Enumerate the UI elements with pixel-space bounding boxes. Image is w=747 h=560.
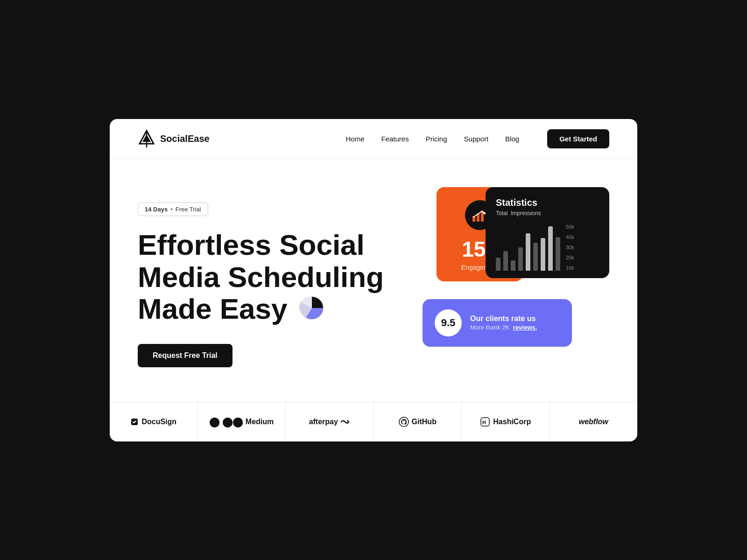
partner-afterpay: afterpay: [286, 402, 374, 441]
logo-icon: [138, 130, 155, 147]
docusign-icon: [130, 418, 139, 426]
chart-label-20k: 20k: [566, 255, 574, 260]
trial-separator: •: [170, 206, 173, 213]
bar-6: [533, 243, 538, 271]
nav-link-home[interactable]: Home: [345, 135, 364, 143]
partner-name-webflow: webflow: [579, 418, 608, 426]
bar-group-3: [511, 260, 515, 271]
chart-label-40k: 40k: [566, 234, 574, 240]
bar-7: [541, 238, 545, 271]
bar-2: [503, 251, 508, 271]
stats-prefix: Total: [496, 210, 507, 217]
rating-sub-text: More thank 2K: [470, 324, 510, 331]
nav-links: Home Features Pricing Support Blog: [345, 135, 519, 143]
partner-name-medium: Medium: [246, 418, 274, 426]
rating-card: 9.5 Our clients rate us More thank 2K re…: [423, 299, 572, 347]
partner-logo-webflow: webflow: [579, 418, 608, 426]
chart-labels: 50k 40k 30k 20k 10k: [566, 224, 574, 271]
partner-logo-medium: ⬤ ⬤⬤ Medium: [209, 416, 274, 427]
partners-bar: DocuSign ⬤ ⬤⬤ Medium afterpay: [110, 402, 637, 441]
hero-section: 14 Days • Free Trial Effortless Social M…: [110, 159, 637, 402]
chart-label-10k: 10k: [566, 265, 574, 271]
nav-link-blog[interactable]: Blog: [505, 135, 519, 143]
get-started-button[interactable]: Get Started: [547, 129, 609, 148]
rating-reviews-link[interactable]: reviews.: [513, 324, 537, 331]
svg-text:H: H: [482, 420, 486, 425]
rating-circle: 9.5: [435, 309, 462, 336]
svg-point-9: [399, 417, 409, 427]
partner-logo-docusign: DocuSign: [130, 418, 176, 426]
rating-sub: More thank 2K reviews.: [470, 324, 537, 331]
bar-group-2: [503, 251, 508, 271]
partner-logo-github: GitHub: [399, 417, 437, 427]
partner-hashicorp: H HashiCorp: [462, 402, 550, 441]
page-wrapper: SocialEase Home Features Pricing Support…: [110, 119, 637, 441]
rating-text: Our clients rate us More thank 2K review…: [470, 315, 537, 331]
hero-title: Effortless Social Media Scheduling Made …: [138, 229, 390, 327]
request-trial-button[interactable]: Request Free Trial: [138, 344, 233, 367]
trial-days: 14 Days: [145, 206, 168, 213]
bar-group-6: [533, 243, 538, 271]
partner-logo-afterpay: afterpay: [309, 418, 350, 426]
bar-group-4: [518, 247, 523, 271]
statistics-subtitle: Total Impressions: [496, 210, 599, 217]
partner-name-github: GitHub: [412, 418, 437, 426]
bar-3: [511, 260, 515, 271]
hero-title-line1: Effortless Social: [138, 229, 365, 261]
pie-chart-icon: [299, 295, 324, 327]
statistics-card: Statistics Total Impressions: [486, 187, 609, 278]
bar-group-1: [496, 258, 500, 271]
rating-headline: Our clients rate us: [470, 315, 537, 323]
trial-text: Free Trial: [176, 206, 201, 213]
bar-group-9: [556, 237, 560, 271]
bar-chart: [496, 224, 560, 271]
partner-name-afterpay: afterpay: [309, 418, 338, 426]
partner-name-docusign: DocuSign: [141, 418, 176, 426]
hero-right: 158 Engagement Statistics Total Impressi…: [423, 187, 609, 364]
partner-name-hashicorp: HashiCorp: [493, 418, 531, 426]
nav-link-features[interactable]: Features: [381, 135, 409, 143]
nav-link-pricing[interactable]: Pricing: [426, 135, 447, 143]
statistics-title: Statistics: [496, 197, 599, 208]
bar-group-8: [548, 226, 553, 271]
medium-icon: ⬤ ⬤⬤: [209, 416, 243, 427]
trial-badge: 14 Days • Free Trial: [138, 203, 208, 216]
logo-area: SocialEase: [138, 130, 210, 147]
hashicorp-icon: H: [480, 417, 490, 427]
github-icon: [399, 417, 409, 427]
afterpay-icon: [341, 419, 350, 425]
hero-left: 14 Days • Free Trial Effortless Social M…: [138, 187, 423, 383]
bar-9: [556, 237, 560, 271]
partner-webflow: webflow: [550, 402, 638, 441]
bar-group-7: [541, 238, 545, 271]
partner-logo-hashicorp: H HashiCorp: [480, 417, 531, 427]
navbar: SocialEase Home Features Pricing Support…: [110, 119, 637, 159]
partner-docusign: DocuSign: [110, 402, 198, 441]
hero-title-line2: Media Scheduling: [138, 261, 384, 293]
bar-4: [518, 247, 523, 271]
bar-group-5: [526, 233, 530, 271]
stats-main: Impressions: [511, 210, 541, 217]
bar-1: [496, 258, 500, 271]
chart-label-30k: 30k: [566, 245, 574, 250]
rating-score: 9.5: [441, 317, 456, 329]
partner-github: GitHub: [374, 402, 462, 441]
bar-8: [548, 226, 553, 271]
logo-name: SocialEase: [160, 133, 210, 144]
partner-medium: ⬤ ⬤⬤ Medium: [198, 402, 286, 441]
bar-5: [526, 233, 530, 271]
hero-title-line3: Made Easy: [138, 293, 288, 325]
nav-link-support[interactable]: Support: [464, 135, 489, 143]
chart-label-50k: 50k: [566, 224, 574, 230]
